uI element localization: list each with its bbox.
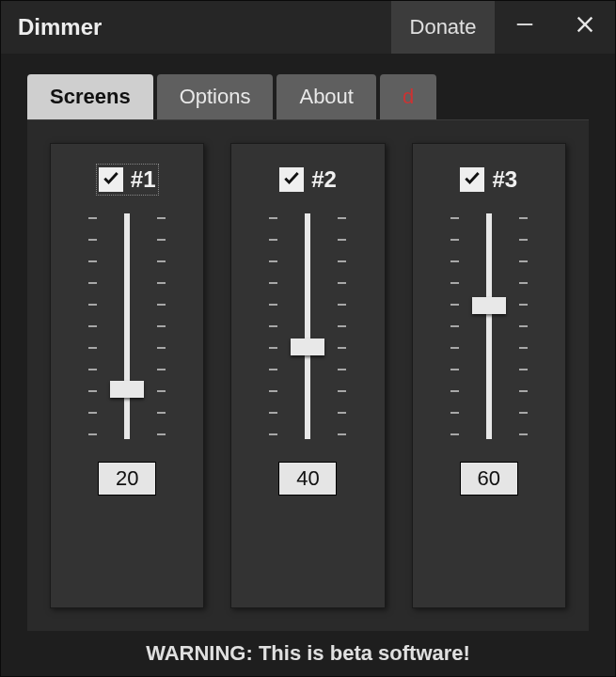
slider-thumb[interactable] — [291, 338, 324, 355]
slider-thumb[interactable] — [472, 297, 506, 314]
slider-tick — [450, 347, 459, 349]
screen-header-2: #2 — [279, 166, 337, 193]
slider-tick — [88, 433, 97, 435]
slider-tick — [88, 304, 97, 306]
donate-button[interactable]: Donate — [391, 1, 495, 54]
slider-tick — [157, 390, 166, 392]
screen-card-3: #3 60 — [412, 143, 566, 608]
tab-about[interactable]: About — [276, 74, 376, 119]
slider-tick — [269, 239, 277, 241]
slider-tick — [338, 412, 346, 414]
screen-2-checkbox[interactable] — [279, 167, 304, 192]
slider-tick — [519, 239, 528, 241]
slider-tick — [519, 433, 528, 435]
slider-tick — [450, 325, 459, 327]
slider-tick — [450, 217, 459, 219]
slider-tick — [519, 282, 528, 284]
slider-tick — [88, 347, 97, 349]
slider-ticks-right — [519, 213, 532, 439]
slider-tick — [269, 304, 277, 306]
slider-tick — [269, 412, 277, 414]
slider-tick — [269, 433, 277, 435]
slider-tick — [269, 325, 277, 327]
slider-ticks-left — [84, 213, 97, 439]
screen-card-1: #1 20 — [50, 143, 204, 608]
screen-1-slider[interactable] — [80, 213, 174, 439]
screen-header-3: #3 — [460, 166, 517, 193]
slider-tick — [450, 369, 459, 370]
slider-tick — [269, 347, 277, 349]
slider-tick — [519, 325, 528, 327]
screen-2-value[interactable]: 40 — [278, 462, 337, 496]
slider-tick — [450, 260, 459, 262]
slider-tick — [157, 347, 166, 349]
slider-tick — [450, 412, 459, 414]
titlebar: Dimmer Donate — [1, 1, 615, 54]
slider-tick — [519, 260, 528, 262]
slider-tick — [269, 282, 277, 284]
screen-1-value[interactable]: 20 — [98, 462, 156, 496]
checkmark-icon — [463, 168, 482, 191]
slider-tick — [157, 239, 166, 241]
slider-ticks-left — [446, 213, 459, 439]
slider-tick — [338, 433, 346, 435]
minimize-icon — [514, 14, 535, 40]
slider-tick — [519, 412, 528, 414]
slider-thumb[interactable] — [110, 381, 144, 398]
checkmark-icon — [282, 168, 301, 191]
slider-track — [305, 213, 310, 439]
slider-tick — [269, 390, 277, 392]
slider-tick — [157, 433, 166, 435]
tab-options[interactable]: Options — [157, 74, 274, 119]
slider-tick — [269, 260, 277, 262]
slider-tick — [88, 325, 97, 327]
slider-track — [124, 213, 130, 439]
screens-panel: #1 20 #2 — [27, 119, 589, 631]
slider-tick — [88, 390, 97, 392]
slider-track — [486, 213, 492, 439]
app-window: Dimmer Donate Screens Options About d — [0, 0, 616, 677]
screen-card-2: #2 40 — [230, 143, 385, 608]
screen-1-checkbox[interactable] — [99, 167, 123, 192]
slider-tick — [338, 325, 346, 327]
footer-warning: WARNING: This is beta software! — [27, 631, 589, 676]
tab-d[interactable]: d — [380, 74, 436, 119]
tab-screens[interactable]: Screens — [27, 74, 153, 119]
close-icon — [575, 14, 595, 40]
slider-tick — [450, 433, 459, 435]
screen-2-label: #2 — [311, 166, 337, 193]
slider-tick — [519, 347, 528, 349]
slider-tick — [157, 369, 166, 370]
slider-tick — [338, 282, 346, 284]
slider-tick — [88, 369, 97, 370]
slider-tick — [88, 239, 97, 241]
slider-tick — [269, 217, 277, 219]
slider-tick — [157, 260, 166, 262]
slider-tick — [450, 282, 459, 284]
slider-ticks-left — [264, 213, 277, 439]
slider-tick — [88, 217, 97, 219]
minimize-button[interactable] — [495, 1, 555, 54]
screen-3-value[interactable]: 60 — [460, 462, 518, 496]
slider-tick — [338, 347, 346, 349]
slider-tick — [519, 390, 528, 392]
slider-tick — [338, 260, 346, 262]
tabstrip: Screens Options About d — [27, 74, 589, 119]
screen-2-slider[interactable] — [261, 213, 355, 439]
screen-3-checkbox[interactable] — [460, 167, 484, 192]
slider-tick — [450, 304, 459, 306]
close-button[interactable] — [555, 1, 615, 54]
slider-tick — [519, 217, 528, 219]
slider-tick — [157, 217, 166, 219]
slider-tick — [519, 369, 528, 370]
checkmark-icon — [102, 168, 120, 191]
slider-tick — [338, 390, 346, 392]
slider-tick — [88, 260, 97, 262]
slider-tick — [157, 282, 166, 284]
slider-ticks-right — [338, 213, 351, 439]
slider-tick — [338, 239, 346, 241]
screen-3-label: #3 — [492, 166, 517, 193]
slider-tick — [338, 304, 346, 306]
screen-1-label: #1 — [131, 166, 156, 193]
screen-3-slider[interactable] — [442, 213, 536, 439]
